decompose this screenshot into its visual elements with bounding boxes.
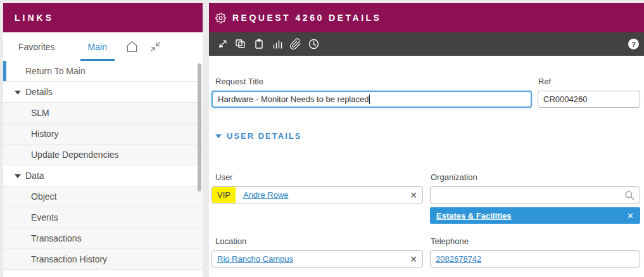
request-form: Request Title Hardware - Monitor Needs t…: [209, 56, 644, 277]
help-icon[interactable]: ?: [628, 39, 639, 49]
telephone-label: Telephone: [431, 236, 469, 246]
caret-down-icon: [215, 134, 222, 138]
user-input[interactable]: VIP Andre Rowe ✕: [212, 186, 423, 203]
sidebar-item-transactions[interactable]: Transactions: [3, 228, 203, 249]
sidebar-item-object[interactable]: Object: [3, 186, 203, 207]
telephone-link[interactable]: 2082678742: [436, 254, 481, 264]
sidebar-nav: Return To Main Details SLM History Updat…: [3, 61, 203, 277]
sidebar-item-transaction-history[interactable]: Transaction History: [3, 249, 203, 270]
caret-down-icon: [15, 174, 21, 178]
remove-organization-icon[interactable]: ✕: [627, 211, 634, 221]
request-details-panel: REQUEST 4260 DETAILS: [209, 3, 644, 277]
search-icon[interactable]: [624, 190, 635, 200]
user-details-section-toggle[interactable]: USER DETAILS: [215, 131, 301, 141]
vip-badge: VIP: [212, 187, 236, 203]
sidebar-item-history[interactable]: History: [3, 124, 203, 145]
sidebar-item-update-dependencies[interactable]: Update Dependencies: [3, 145, 203, 165]
location-label: Location: [215, 236, 246, 246]
links-tabs: Favorites Main: [3, 32, 203, 61]
sidebar-item-events[interactable]: Events: [3, 207, 203, 228]
telephone-input[interactable]: 2082678742: [430, 250, 640, 267]
sidebar-scrollbar[interactable]: [197, 62, 202, 276]
sidebar-item-details[interactable]: Details: [3, 82, 203, 103]
user-details-section-title: USER DETAILS: [227, 131, 301, 141]
tab-favorites[interactable]: Favorites: [11, 35, 63, 61]
links-panel-header: LINKS: [3, 3, 203, 32]
paperclip-icon[interactable]: [286, 35, 305, 53]
home-icon[interactable]: [126, 41, 138, 53]
sidebar-item-return-to-main[interactable]: Return To Main: [3, 61, 203, 82]
tab-main[interactable]: Main: [80, 35, 115, 61]
screen: LINKS Favorites Main Return To Main: [0, 0, 644, 277]
user-label: User: [215, 172, 232, 182]
copy-icon[interactable]: [231, 35, 249, 53]
compress-icon[interactable]: [149, 41, 161, 53]
caret-down-icon: [15, 91, 21, 94]
links-panel-title: LINKS: [15, 13, 54, 23]
request-toolbar: ?: [209, 32, 644, 56]
ref-label: Ref: [538, 77, 551, 86]
bar-chart-icon[interactable]: [268, 35, 286, 53]
page-title: REQUEST 4260 DETAILS: [232, 13, 381, 23]
request-details-header: REQUEST 4260 DETAILS: [209, 3, 644, 32]
clear-user-icon[interactable]: ✕: [410, 191, 417, 200]
clock-icon[interactable]: [305, 35, 323, 53]
sidebar-item-data[interactable]: Data: [3, 165, 203, 186]
sidebar-item-slm[interactable]: SLM: [3, 103, 203, 124]
organization-label: Organization: [431, 172, 477, 182]
selected-indicator: [3, 61, 6, 81]
request-title-input[interactable]: Hardware - Monitor Needs to be replaced: [212, 91, 532, 108]
ref-value: CR0004260: [543, 94, 587, 104]
text-cursor: [369, 94, 370, 104]
clear-location-icon[interactable]: ✕: [410, 255, 417, 264]
request-title-label: Request Title: [215, 77, 263, 86]
organization-chip: Estates & Facilities ✕: [430, 207, 640, 224]
location-link[interactable]: Rio Rancho Campus: [217, 254, 293, 264]
request-title-value: Hardware - Monitor Needs to be replaced: [218, 94, 369, 104]
scrollbar-thumb[interactable]: [198, 63, 201, 191]
pin-icon[interactable]: [213, 35, 231, 53]
organization-input[interactable]: [430, 186, 640, 203]
clipboard-icon[interactable]: [249, 35, 268, 53]
links-panel: LINKS Favorites Main Return To Main: [3, 3, 203, 277]
user-link[interactable]: Andre Rowe: [243, 190, 289, 200]
ref-input[interactable]: CR0004260: [538, 91, 640, 108]
gear-icon[interactable]: [215, 13, 226, 23]
location-input[interactable]: Rio Rancho Campus ✕: [212, 250, 423, 267]
organization-chip-link[interactable]: Estates & Facilities: [436, 211, 512, 221]
